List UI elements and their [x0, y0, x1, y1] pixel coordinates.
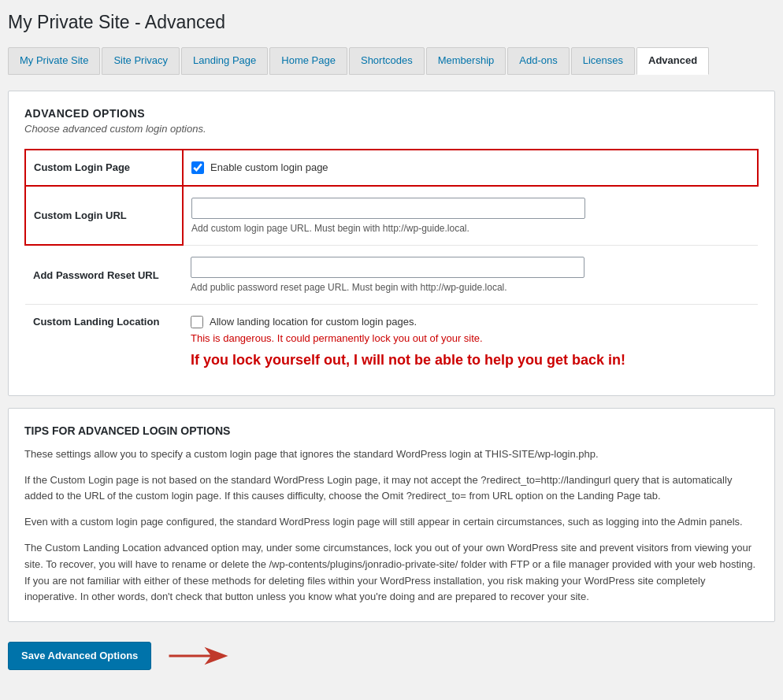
tab-advanced[interactable]: Advanced [636, 47, 709, 75]
svg-marker-0 [169, 647, 228, 665]
options-table: Custom Login PageEnable custom login pag… [24, 149, 759, 380]
input-custom-login-url[interactable] [191, 198, 585, 219]
tab-my-private-site[interactable]: My Private Site [8, 47, 100, 75]
value-cell-custom-landing-location: Allow landing location for custom login … [183, 304, 758, 380]
checkbox-row-custom-landing-location: Allow landing location for custom login … [191, 316, 750, 328]
tips-title: TIPS FOR ADVANCED LOGIN OPTIONS [24, 424, 759, 437]
nav-tabs: My Private SiteSite PrivacyLanding PageH… [8, 47, 775, 75]
value-cell-custom-login-page: Enable custom login page [183, 150, 758, 186]
tab-add-ons[interactable]: Add-ons [507, 47, 569, 75]
checkbox-custom-landing-location[interactable] [191, 316, 203, 328]
label-cell-add-password-reset-url: Add Password Reset URL [25, 245, 183, 304]
input-hint-add-password-reset-url: Add public password reset page URL. Must… [191, 282, 750, 293]
tab-link-add-ons[interactable]: Add-ons [507, 47, 569, 75]
tips-box: TIPS FOR ADVANCED LOGIN OPTIONS These se… [8, 408, 775, 622]
tab-link-landing-page[interactable]: Landing Page [181, 47, 268, 75]
option-row-custom-login-page: Custom Login PageEnable custom login pag… [25, 150, 758, 186]
section-title: ADVANCED OPTIONS [24, 107, 759, 120]
save-advanced-options-button[interactable]: Save Advanced Options [8, 642, 151, 670]
checkbox-label-custom-landing-location[interactable]: Allow landing location for custom login … [210, 316, 417, 328]
tab-licenses[interactable]: Licenses [571, 47, 635, 75]
tip-paragraph-3: The Custom Landing Location advanced opt… [24, 540, 759, 606]
tip-paragraph-0: These settings allow you to specify a cu… [24, 446, 759, 463]
tips-paragraphs: These settings allow you to specify a cu… [24, 446, 759, 606]
checkbox-label-custom-login-page[interactable]: Enable custom login page [210, 161, 328, 173]
label-cell-custom-landing-location: Custom Landing Location [25, 304, 183, 380]
tab-link-membership[interactable]: Membership [426, 47, 507, 75]
tab-link-my-private-site[interactable]: My Private Site [8, 47, 100, 75]
tab-link-site-privacy[interactable]: Site Privacy [102, 47, 180, 75]
arrow-indicator [167, 644, 230, 668]
option-row-custom-login-url: Custom Login URLAdd custom login page UR… [25, 186, 758, 246]
value-cell-add-password-reset-url: Add public password reset page URL. Must… [183, 245, 758, 304]
input-hint-custom-login-url: Add custom login page URL. Must begin wi… [191, 223, 750, 234]
tab-landing-page[interactable]: Landing Page [181, 47, 268, 75]
warning-text-custom-landing-location: If you lock yourself out, I will not be … [191, 352, 750, 369]
label-cell-custom-login-page: Custom Login Page [25, 150, 183, 186]
save-area: Save Advanced Options [8, 634, 775, 678]
tab-link-shortcodes[interactable]: Shortcodes [349, 47, 425, 75]
label-cell-custom-login-url: Custom Login URL [25, 186, 183, 246]
tab-link-home-page[interactable]: Home Page [269, 47, 347, 75]
tab-site-privacy[interactable]: Site Privacy [102, 47, 180, 75]
checkbox-custom-login-page[interactable] [191, 161, 204, 174]
tab-link-advanced[interactable]: Advanced [636, 47, 709, 75]
advanced-options-box: ADVANCED OPTIONS Choose advanced custom … [8, 91, 775, 396]
tab-shortcodes[interactable]: Shortcodes [349, 47, 425, 75]
value-cell-custom-login-url: Add custom login page URL. Must begin wi… [183, 186, 758, 246]
tip-paragraph-1: If the Custom Login page is not based on… [24, 472, 759, 506]
input-add-password-reset-url[interactable] [191, 257, 584, 278]
page-title: My Private Site - Advanced [8, 12, 775, 33]
tab-membership[interactable]: Membership [426, 47, 507, 75]
tip-paragraph-2: Even with a custom login page configured… [24, 514, 759, 531]
option-row-custom-landing-location: Custom Landing LocationAllow landing loc… [25, 304, 758, 380]
arrow-icon [167, 644, 230, 668]
danger-text-custom-landing-location: This is dangerous. It could permanently … [191, 332, 750, 344]
option-row-add-password-reset-url: Add Password Reset URLAdd public passwor… [25, 245, 758, 304]
tab-home-page[interactable]: Home Page [269, 47, 347, 75]
section-subtitle: Choose advanced custom login options. [24, 123, 759, 135]
tab-link-licenses[interactable]: Licenses [571, 47, 635, 75]
page-wrapper: My Private Site - Advanced My Private Si… [0, 0, 783, 690]
checkbox-row-custom-login-page: Enable custom login page [191, 161, 749, 174]
